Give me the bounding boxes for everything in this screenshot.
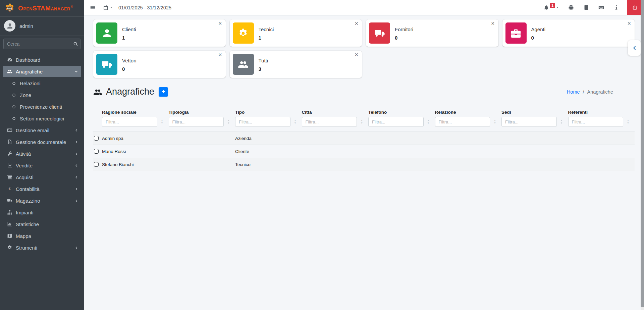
- sidebar-item-vendite[interactable]: Vendite: [3, 160, 81, 171]
- card-label: Fornitori: [395, 27, 413, 32]
- circle-icon: [9, 116, 18, 121]
- briefcase-icon: [505, 22, 527, 44]
- right-panel-toggle[interactable]: [628, 40, 641, 56]
- sort-icon[interactable]: ▲▼: [361, 119, 363, 124]
- angle-left-icon: [74, 246, 78, 250]
- svg-text:€: €: [9, 187, 11, 191]
- stat-card-tutti[interactable]: Tutti3×: [230, 51, 362, 78]
- sort-icon[interactable]: ▲▼: [227, 119, 230, 124]
- svg-text:OSM: OSM: [7, 7, 12, 9]
- notification-badge: 1: [550, 3, 555, 8]
- sort-icon[interactable]: ▲▼: [560, 119, 563, 124]
- sidebar-subitem-provenienze-clienti[interactable]: Provenienze clienti: [3, 101, 81, 112]
- sidebar-toggle-button[interactable]: [90, 5, 96, 10]
- filter-input-relazione[interactable]: [435, 117, 490, 127]
- truck-icon: [96, 54, 117, 75]
- user-panel[interactable]: admin: [0, 17, 84, 36]
- close-icon[interactable]: ×: [355, 20, 358, 27]
- sidebar-subitem-settori-merceologici[interactable]: Settori merceologici: [3, 113, 81, 124]
- euro-icon: €: [5, 186, 14, 192]
- stat-card-vettori[interactable]: Vettori0×: [93, 51, 226, 78]
- row-checkbox[interactable]: [94, 162, 99, 167]
- book-button[interactable]: [583, 5, 589, 10]
- keyboard-button[interactable]: [598, 5, 604, 10]
- truck-icon: [5, 198, 14, 203]
- period-selector-button[interactable]: [103, 5, 113, 10]
- table-header: Ragione sociale▲▼Tipologia▲▼Tipo▲▼Città▲…: [93, 110, 635, 127]
- table-cell: Tecnico: [235, 162, 302, 167]
- sidebar-item-anagrafiche[interactable]: Anagrafiche: [3, 66, 81, 77]
- close-icon[interactable]: ×: [218, 52, 222, 58]
- stat-card-clienti[interactable]: Clienti1×: [93, 19, 226, 47]
- sidebar-item-acquisti[interactable]: Acquisti: [3, 171, 81, 183]
- angle-left-icon: [74, 152, 78, 156]
- printer-button[interactable]: [568, 5, 574, 10]
- sidebar-subitem-zone[interactable]: Zone: [3, 89, 81, 101]
- sidebar-item-impianti[interactable]: Impianti: [3, 207, 81, 218]
- filter-input-referenti[interactable]: [568, 117, 624, 127]
- sidebar-item-statistiche[interactable]: Statistiche: [3, 218, 81, 230]
- document-icon: [5, 139, 14, 145]
- sidebar-item-mappa[interactable]: Mappa: [3, 230, 81, 242]
- close-icon[interactable]: ×: [218, 20, 222, 27]
- table-row[interactable]: Admin spaAzienda: [93, 132, 635, 145]
- filter-input-tipo[interactable]: [235, 117, 290, 127]
- calendar-icon: [103, 5, 108, 10]
- close-icon[interactable]: ×: [491, 20, 495, 27]
- user-icon: [96, 22, 117, 44]
- bell-icon: [543, 5, 549, 10]
- card-label: Vettori: [122, 58, 137, 63]
- topbar-actions: 1: [539, 0, 644, 15]
- scrollbar-thumb[interactable]: [641, 0, 644, 307]
- sort-icon[interactable]: ▲▼: [161, 119, 163, 124]
- column-header-telefono: Telefono▲▼: [368, 110, 435, 127]
- angle-down-icon: [74, 69, 78, 74]
- sidebar-item-dashboard[interactable]: Dashboard: [3, 54, 81, 65]
- sidebar-search-button[interactable]: [71, 39, 80, 49]
- filter-input-sedi[interactable]: [501, 117, 557, 127]
- stat-cards: Clienti1×Tecnici1×Fornitori0×Agenti0×Vet…: [93, 19, 635, 78]
- sort-icon[interactable]: ▲▼: [627, 119, 629, 124]
- sort-icon[interactable]: ▲▼: [427, 119, 430, 124]
- stat-card-fornitori[interactable]: Fornitori0×: [366, 19, 498, 47]
- brand-link[interactable]: OSM OpenSTAManager®: [0, 0, 84, 17]
- column-header-tipologia: Tipologia▲▼: [169, 110, 235, 127]
- sort-icon[interactable]: ▲▼: [494, 119, 496, 124]
- table-row[interactable]: Stefano BianchiTecnico: [93, 158, 635, 171]
- breadcrumb: Home / Anagrafiche: [567, 89, 613, 95]
- card-label: Tutti: [259, 58, 268, 63]
- sidebar-item-attivit[interactable]: Attività: [3, 148, 81, 159]
- vertical-scrollbar: [641, 0, 644, 310]
- anagrafiche-table: Ragione sociale▲▼Tipologia▲▼Tipo▲▼Città▲…: [93, 110, 635, 171]
- sidebar-item-strumenti[interactable]: Strumenti: [3, 242, 81, 253]
- card-value: 1: [122, 35, 136, 41]
- sidebar-item-contabilit[interactable]: €Contabilità: [3, 183, 81, 195]
- info-button[interactable]: [613, 5, 619, 10]
- row-checkbox[interactable]: [94, 149, 99, 154]
- notifications-button[interactable]: 1: [543, 5, 559, 10]
- wrench-icon: [5, 151, 14, 156]
- sidebar-subitem-relazioni[interactable]: Relazioni: [3, 78, 81, 89]
- filter-input-telefono[interactable]: [368, 117, 424, 127]
- sidebar-item-gestione-documentale[interactable]: Gestione documentale: [3, 136, 81, 148]
- sort-icon[interactable]: ▲▼: [294, 119, 297, 124]
- card-value: 3: [259, 66, 268, 72]
- close-icon[interactable]: ×: [355, 52, 358, 58]
- stat-card-tecnici[interactable]: Tecnici1×: [230, 19, 362, 47]
- sidebar-search-input[interactable]: [3, 39, 71, 49]
- add-anagrafica-button[interactable]: +: [159, 87, 168, 97]
- breadcrumb-current: Anagrafiche: [587, 89, 613, 95]
- stat-card-agenti[interactable]: Agenti0×: [502, 19, 635, 47]
- bars-icon: [90, 5, 96, 10]
- breadcrumb-separator: /: [583, 89, 584, 95]
- filter-input-ragione-sociale[interactable]: [102, 117, 157, 127]
- sidebar-item-magazzino[interactable]: Magazzino: [3, 195, 81, 206]
- table-row[interactable]: Mario RossiCliente: [93, 145, 635, 158]
- sidebar-item-gestione-email[interactable]: Gestione email: [3, 124, 81, 136]
- filter-input-citt[interactable]: [302, 117, 357, 127]
- close-icon[interactable]: ×: [627, 20, 631, 27]
- row-checkbox[interactable]: [94, 136, 99, 141]
- column-header-relazione: Relazione▲▼: [435, 110, 502, 127]
- filter-input-tipologia[interactable]: [169, 117, 224, 127]
- breadcrumb-home-link[interactable]: Home: [567, 89, 580, 95]
